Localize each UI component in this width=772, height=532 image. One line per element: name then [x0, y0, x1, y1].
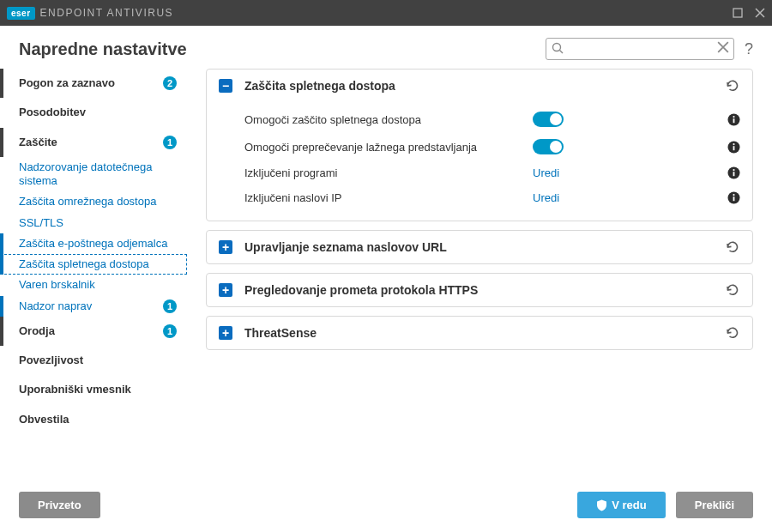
sidebar-item-8[interactable]: Varen brskalnik — [0, 275, 187, 295]
sidebar-item-label: Uporabniški vmesnik — [19, 383, 177, 396]
info-icon[interactable] — [721, 141, 740, 154]
sidebar-item-label: Zaščita omrežnega dostopa — [19, 195, 177, 209]
main-pane: −Zaščita spletnega dostopaOmogoči zaščit… — [187, 69, 772, 515]
sidebar-item-label: Zaščita spletnega dostopa — [19, 257, 177, 271]
svg-rect-6 — [733, 146, 735, 150]
badge: 1 — [163, 324, 177, 338]
svg-point-4 — [733, 116, 734, 118]
sidebar-item-label: SSL/TLS — [19, 216, 177, 230]
sidebar-item-7[interactable]: Zaščita spletnega dostopa — [0, 254, 187, 275]
info-icon[interactable] — [721, 166, 740, 179]
sidebar-item-9[interactable]: Nadzor naprav1 — [0, 296, 187, 317]
svg-point-13 — [733, 194, 734, 196]
reset-icon[interactable] — [725, 282, 740, 298]
sidebar-item-label: Nadzorovanje datotečnega sistema — [19, 160, 177, 189]
setting-label: Izključeni programi — [244, 166, 533, 179]
panel-title: Upravljanje seznama naslovov URL — [244, 240, 725, 254]
badge: 1 — [163, 299, 177, 313]
panel-header[interactable]: +ThreatSense — [207, 317, 752, 349]
cancel-button[interactable]: Prekliči — [676, 492, 753, 518]
panel-title: ThreatSense — [244, 326, 725, 340]
product-name: ENDPOINT ANTIVIRUS — [40, 7, 173, 19]
sidebar-item-label: Orodja — [19, 324, 158, 338]
edit-link[interactable]: Uredi — [533, 166, 559, 179]
setting-row-0: Omogoči zaščito spletnega dostopa — [244, 106, 740, 133]
toggle-switch[interactable] — [533, 139, 564, 154]
svg-point-10 — [733, 169, 734, 171]
clear-search-icon[interactable] — [717, 41, 729, 53]
panel-header[interactable]: −Zaščita spletnega dostopa — [207, 70, 752, 102]
panel-header[interactable]: +Upravljanje seznama naslovov URL — [207, 231, 752, 263]
panel-header[interactable]: +Pregledovanje prometa protokola HTTPS — [207, 274, 752, 306]
sidebar-item-4[interactable]: Zaščita omrežnega dostopa — [0, 191, 187, 212]
sidebar: Pogon za zaznavo2PosodobitevZaščite1Nadz… — [0, 69, 187, 515]
toggle-switch[interactable] — [533, 112, 564, 127]
search-wrap — [546, 38, 734, 60]
svg-rect-12 — [733, 196, 735, 201]
search-icon — [551, 41, 564, 55]
setting-row-1: Omogoči preprečevanje lažnega predstavlj… — [244, 133, 740, 160]
shield-icon — [596, 499, 607, 511]
info-icon[interactable] — [721, 191, 740, 204]
default-button[interactable]: Privzeto — [19, 492, 100, 518]
reset-icon[interactable] — [725, 78, 740, 94]
sidebar-item-13[interactable]: Obvestila — [0, 405, 187, 434]
collapse-icon[interactable]: − — [219, 79, 232, 93]
sidebar-item-label: Pogon za zaznavo — [19, 76, 158, 90]
panel-2: +Pregledovanje prometa protokola HTTPS — [206, 273, 753, 307]
titlebar: eser ENDPOINT ANTIVIRUS — [0, 0, 772, 26]
panel-0: −Zaščita spletnega dostopaOmogoči zaščit… — [206, 69, 753, 221]
reset-icon[interactable] — [725, 239, 740, 255]
setting-control — [533, 112, 721, 127]
svg-rect-0 — [733, 9, 742, 17]
search-input[interactable] — [546, 38, 734, 60]
sidebar-item-6[interactable]: Zaščita e-poštnega odjemalca — [0, 233, 187, 254]
setting-label: Izključeni naslovi IP — [244, 191, 533, 204]
panel-body: Omogoči zaščito spletnega dostopaOmogoči… — [207, 102, 752, 221]
panel-1: +Upravljanje seznama naslovov URL — [206, 230, 753, 264]
sidebar-item-12[interactable]: Uporabniški vmesnik — [0, 375, 187, 404]
edit-link[interactable]: Uredi — [533, 191, 559, 204]
sidebar-item-label: Nadzor naprav — [19, 299, 158, 313]
svg-rect-9 — [733, 172, 735, 176]
sidebar-item-2[interactable]: Zaščite1 — [0, 128, 187, 157]
sidebar-item-label: Povezljivost — [19, 354, 177, 367]
setting-label: Omogoči preprečevanje lažnega predstavlj… — [244, 141, 533, 154]
page-title: Napredne nastavitve — [19, 39, 546, 59]
ok-button[interactable]: V redu — [577, 492, 665, 518]
sidebar-item-11[interactable]: Povezljivost — [0, 346, 187, 375]
maximize-icon[interactable] — [733, 8, 743, 18]
sidebar-item-1[interactable]: Posodobitev — [0, 98, 187, 127]
panel-title: Zaščita spletnega dostopa — [244, 79, 725, 93]
sidebar-item-label: Varen brskalnik — [19, 278, 177, 292]
badge: 2 — [163, 76, 177, 90]
sidebar-item-5[interactable]: SSL/TLS — [0, 213, 187, 233]
ok-button-label: V redu — [612, 499, 646, 511]
sidebar-item-3[interactable]: Nadzorovanje datotečnega sistema — [0, 157, 187, 192]
window-controls — [733, 8, 765, 18]
setting-label: Omogoči zaščito spletnega dostopa — [244, 113, 533, 126]
reset-icon[interactable] — [725, 325, 740, 341]
expand-icon[interactable]: + — [219, 283, 232, 297]
sidebar-item-label: Zaščite — [19, 136, 158, 149]
panel-3: +ThreatSense — [206, 316, 753, 350]
sidebar-item-label: Posodobitev — [19, 106, 177, 119]
sidebar-item-10[interactable]: Orodja1 — [0, 317, 187, 346]
setting-control: Uredi — [533, 191, 721, 204]
close-icon[interactable] — [755, 8, 765, 18]
panel-title: Pregledovanje prometa protokola HTTPS — [244, 283, 725, 297]
expand-icon[interactable]: + — [219, 240, 232, 254]
svg-rect-3 — [733, 118, 735, 123]
content: Pogon za zaznavo2PosodobitevZaščite1Nadz… — [0, 69, 772, 515]
setting-row-2: Izključeni programiUredi — [244, 160, 740, 185]
svg-point-1 — [552, 44, 560, 51]
expand-icon[interactable]: + — [219, 326, 232, 340]
help-icon[interactable]: ? — [745, 40, 753, 58]
sidebar-item-label: Obvestila — [19, 413, 177, 426]
setting-control — [533, 139, 721, 154]
sidebar-item-0[interactable]: Pogon za zaznavo2 — [0, 69, 187, 98]
setting-row-3: Izključeni naslovi IPUredi — [244, 185, 740, 210]
info-icon[interactable] — [721, 113, 740, 126]
sidebar-item-label: Zaščita e-poštnega odjemalca — [19, 237, 177, 251]
svg-point-7 — [733, 143, 734, 145]
